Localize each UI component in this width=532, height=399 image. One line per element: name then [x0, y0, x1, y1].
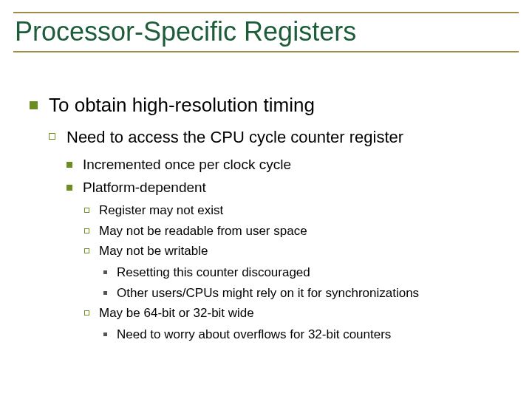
bullet-l5: Other users/CPUs might rely on it for sy…	[99, 284, 510, 303]
bullet-l4: May not be readable from user space	[83, 222, 510, 241]
slide-body: To obtain high-resolution timing Need to…	[30, 92, 510, 352]
slide-title: Processor-Specific Registers	[13, 16, 519, 47]
bullet-l4-text: May not be writable	[99, 244, 208, 258]
slide: Processor-Specific Registers To obtain h…	[0, 0, 532, 399]
bullet-l4: May not be writable Resetting this count…	[83, 242, 510, 302]
bullet-l1-text: To obtain high-resolution timing	[49, 94, 315, 116]
bullet-l3: Platform-dependent Register may not exis…	[66, 178, 510, 344]
bullet-l5: Need to worry about overflows for 32-bit…	[99, 326, 510, 344]
bullet-l3: Incremented once per clock cycle	[66, 155, 510, 175]
bullet-l5: Resetting this counter discouraged	[99, 264, 510, 282]
bullet-l1: To obtain high-resolution timing Need to…	[30, 92, 510, 344]
bullet-l5-text: Need to worry about overflows for 32-bit…	[117, 327, 391, 341]
bullet-l5-text: Other users/CPUs might rely on it for sy…	[117, 286, 419, 300]
title-rule-top	[13, 12, 519, 13]
bullet-l4-text: May be 64-bit or 32-bit wide	[99, 306, 254, 320]
bullet-l3-text: Incremented once per clock cycle	[83, 157, 291, 172]
bullet-l4: May be 64-bit or 32-bit wide Need to wor…	[83, 304, 510, 344]
bullet-l4: Register may not exist	[83, 202, 510, 220]
bullet-l5-text: Resetting this counter discouraged	[117, 265, 310, 279]
title-rule-bottom	[13, 51, 519, 52]
bullet-l2: Need to access the CPU cycle counter reg…	[49, 126, 510, 344]
bullet-l2-text: Need to access the CPU cycle counter reg…	[66, 128, 403, 146]
bullet-l3-text: Platform-dependent	[83, 180, 206, 195]
bullet-l4-text: May not be readable from user space	[99, 224, 307, 238]
title-block: Processor-Specific Registers	[13, 12, 519, 52]
bullet-l4-text: Register may not exist	[99, 203, 223, 217]
